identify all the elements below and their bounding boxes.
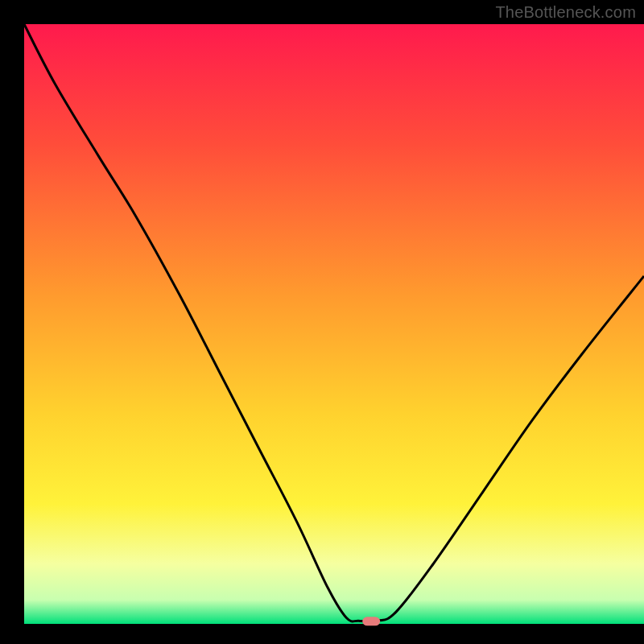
plot-background <box>24 24 644 624</box>
chart-container: TheBottleneck.com <box>0 0 644 644</box>
optimum-marker <box>362 617 380 625</box>
watermark-text: TheBottleneck.com <box>495 3 636 22</box>
chart-svg <box>0 0 644 644</box>
